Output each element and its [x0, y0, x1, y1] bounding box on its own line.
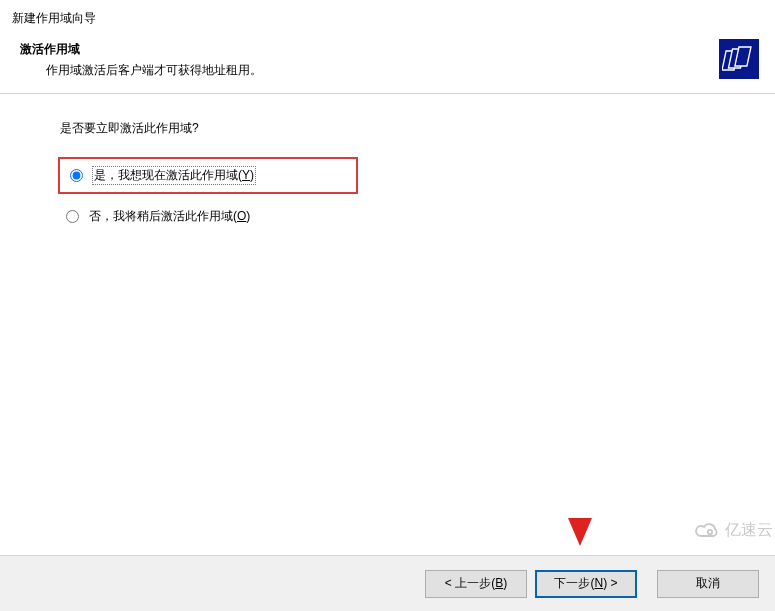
header-description: 作用域激活后客户端才可获得地址租用。: [20, 62, 719, 79]
header-text-block: 激活作用域 作用域激活后客户端才可获得地址租用。: [20, 41, 719, 79]
radio-input-no[interactable]: [66, 210, 79, 223]
next-button[interactable]: 下一步(N) >: [535, 570, 637, 598]
arrow-annotation: [560, 240, 600, 550]
back-button[interactable]: < 上一步(B): [425, 570, 527, 598]
window-title: 新建作用域向导: [0, 0, 775, 33]
svg-point-2: [708, 529, 712, 533]
watermark-text: 亿速云: [725, 520, 773, 541]
radio-label-no: 否，我将稍后激活此作用域(O): [89, 208, 250, 225]
cancel-button[interactable]: 取消: [657, 570, 759, 598]
radio-input-yes[interactable]: [70, 169, 83, 182]
content-area: 是否要立即激活此作用域? 是，我想现在激活此作用域(Y) 否，我将稍后激活此作用…: [0, 94, 775, 229]
watermark: 亿速云: [693, 520, 773, 541]
wizard-header: 激活作用域 作用域激活后客户端才可获得地址租用。: [0, 33, 775, 94]
wizard-footer: < 上一步(B) 下一步(N) > 取消: [0, 555, 775, 611]
highlight-annotation: 是，我想现在激活此作用域(Y): [58, 157, 358, 194]
header-title: 激活作用域: [20, 41, 719, 58]
radio-option-no[interactable]: 否，我将稍后激活此作用域(O): [60, 204, 755, 229]
radio-label-yes: 是，我想现在激活此作用域(Y): [93, 167, 255, 184]
activation-question: 是否要立即激活此作用域?: [60, 120, 755, 137]
svg-marker-1: [568, 518, 592, 546]
radio-option-yes[interactable]: 是，我想现在激活此作用域(Y): [68, 165, 348, 186]
scope-icon: [719, 39, 759, 79]
